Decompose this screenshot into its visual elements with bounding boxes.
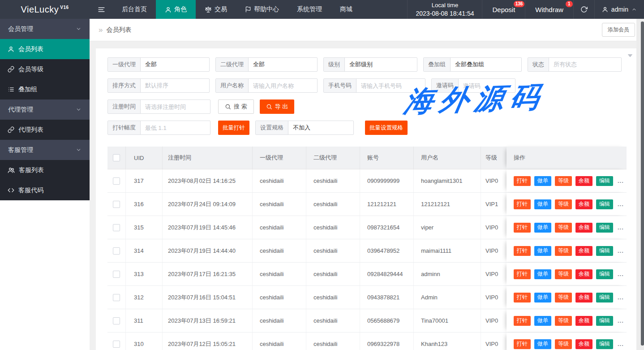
batch-spec-button[interactable]: 批量设置规格: [365, 121, 408, 135]
batch-inject-button[interactable]: 批量打针: [218, 121, 249, 135]
edit-action-button[interactable]: 编辑: [596, 223, 613, 233]
balance-action-button[interactable]: 余额: [575, 176, 592, 186]
filter-value[interactable]: 全部级别: [345, 58, 417, 71]
more-actions-button[interactable]: ...: [618, 177, 624, 184]
order-action-button[interactable]: 做单: [534, 199, 551, 209]
more-actions-button[interactable]: ...: [618, 224, 624, 231]
level-action-button[interactable]: 等级: [555, 246, 572, 256]
order-action-button[interactable]: 做单: [534, 246, 551, 256]
edit-action-button[interactable]: 编辑: [596, 339, 613, 349]
username-input[interactable]: [249, 79, 317, 92]
admin-menu[interactable]: admin: [594, 0, 644, 19]
order-action-button[interactable]: 做单: [534, 176, 551, 186]
edit-action-button[interactable]: 编辑: [596, 176, 613, 186]
phone-input[interactable]: [356, 79, 425, 92]
balance-action-button[interactable]: 余额: [575, 199, 592, 209]
inject-action-button[interactable]: 打针: [514, 269, 531, 279]
more-actions-button[interactable]: ...: [618, 294, 624, 301]
order-action-button[interactable]: 做单: [534, 339, 551, 349]
row-checkbox[interactable]: [113, 201, 120, 208]
filter-value[interactable]: 全部: [249, 58, 317, 71]
sidebar-item-support-list[interactable]: 客服列表: [0, 160, 90, 180]
order-action-button[interactable]: 做单: [534, 269, 551, 279]
filter-select-spec[interactable]: 设置规格 不加入: [255, 121, 354, 135]
sidebar-group-member-management[interactable]: 会员管理: [0, 19, 90, 39]
nav-item-roles[interactable]: 角色: [156, 0, 196, 19]
row-checkbox[interactable]: [113, 247, 120, 255]
sidebar-item-support-code[interactable]: 客服代码: [0, 180, 90, 200]
inject-action-button[interactable]: 打针: [514, 339, 531, 349]
order-action-button[interactable]: 做单: [534, 293, 551, 302]
more-actions-button[interactable]: ...: [618, 201, 624, 207]
refresh-button[interactable]: [573, 0, 594, 19]
filter-value[interactable]: 不加入: [288, 121, 353, 134]
inject-action-button[interactable]: 打针: [514, 293, 531, 302]
level-action-button[interactable]: 等级: [555, 176, 572, 186]
sidebar-item-member-level[interactable]: 会员等级: [0, 59, 90, 79]
inject-action-button[interactable]: 打针: [514, 199, 531, 209]
filter-value[interactable]: 所有状态: [549, 58, 621, 71]
balance-action-button[interactable]: 余额: [575, 223, 592, 233]
nav-item-transactions[interactable]: 交易: [196, 0, 236, 19]
balance-action-button[interactable]: 余额: [575, 293, 592, 302]
edit-action-button[interactable]: 编辑: [596, 199, 613, 209]
order-action-button[interactable]: 做单: [534, 316, 551, 326]
register-time-input[interactable]: [141, 100, 210, 113]
sidebar-item-stack-group[interactable]: 叠加组: [0, 79, 90, 99]
balance-action-button[interactable]: 余额: [575, 269, 592, 279]
level-action-button[interactable]: 等级: [555, 316, 572, 326]
filter-select-status[interactable]: 状态 所有状态: [528, 57, 622, 72]
edit-action-button[interactable]: 编辑: [596, 293, 613, 302]
edit-action-button[interactable]: 编辑: [596, 316, 613, 326]
edit-action-button[interactable]: 编辑: [596, 269, 613, 279]
inject-action-button[interactable]: 打针: [514, 223, 531, 233]
sidebar-group-support-management[interactable]: 客服管理: [0, 140, 90, 160]
balance-action-button[interactable]: 余额: [575, 246, 592, 256]
sidebar-item-agent-list[interactable]: 代理列表: [0, 120, 90, 140]
row-checkbox[interactable]: [113, 294, 120, 301]
balance-action-button[interactable]: 余额: [575, 339, 592, 349]
search-button[interactable]: 搜 索: [218, 99, 254, 114]
level-action-button[interactable]: 等级: [555, 339, 572, 349]
sidebar-group-agent-management[interactable]: 代理管理: [0, 99, 90, 120]
more-actions-button[interactable]: ...: [618, 317, 624, 324]
filter-select-stack-group[interactable]: 叠加组 全部叠加组: [423, 57, 522, 72]
filter-select-agent1[interactable]: 一级代理 全部: [107, 57, 210, 72]
select-all-checkbox[interactable]: [113, 154, 120, 161]
level-action-button[interactable]: 等级: [555, 293, 572, 302]
filter-value[interactable]: 全部: [141, 58, 209, 71]
inject-action-button[interactable]: 打针: [514, 176, 531, 186]
balance-action-button[interactable]: 余额: [575, 316, 592, 326]
invite-code-input[interactable]: [459, 79, 515, 92]
row-checkbox[interactable]: [113, 271, 120, 278]
inject-range-input[interactable]: [141, 121, 210, 134]
inject-action-button[interactable]: 打针: [514, 316, 531, 326]
nav-item-help-center[interactable]: 帮助中心: [236, 0, 288, 19]
order-action-button[interactable]: 做单: [534, 223, 551, 233]
row-checkbox[interactable]: [113, 317, 120, 324]
level-action-button[interactable]: 等级: [555, 199, 572, 209]
sidebar-item-member-list[interactable]: 会员列表: [0, 39, 90, 59]
filter-value[interactable]: 全部叠加组: [451, 58, 521, 71]
export-button[interactable]: 导 出: [260, 99, 295, 114]
level-action-button[interactable]: 等级: [555, 223, 572, 233]
row-checkbox[interactable]: [113, 224, 120, 231]
inject-action-button[interactable]: 打针: [514, 246, 531, 256]
sidebar-toggle-button[interactable]: [90, 0, 113, 19]
filter-select-level[interactable]: 级别 全部级别: [323, 57, 417, 72]
filter-value[interactable]: 默认排序: [141, 79, 209, 92]
row-checkbox[interactable]: [113, 177, 120, 185]
level-action-button[interactable]: 等级: [555, 269, 572, 279]
add-member-button[interactable]: 添加会员: [602, 23, 635, 37]
nav-item-dashboard[interactable]: 后台首页: [113, 0, 156, 19]
scrollbar-thumb[interactable]: [641, 22, 644, 346]
filter-select-sort-order[interactable]: 排序方式 默认排序: [107, 78, 210, 93]
more-actions-button[interactable]: ...: [618, 271, 624, 277]
filter-select-agent2[interactable]: 二级代理 全部: [215, 57, 318, 72]
more-actions-button[interactable]: ...: [618, 341, 624, 347]
more-actions-button[interactable]: ...: [618, 247, 624, 254]
deposit-button[interactable]: Deposit 136: [482, 0, 525, 19]
nav-item-mall[interactable]: 商城: [331, 0, 361, 19]
nav-item-system[interactable]: 系统管理: [288, 0, 331, 19]
edit-action-button[interactable]: 编辑: [596, 246, 613, 256]
